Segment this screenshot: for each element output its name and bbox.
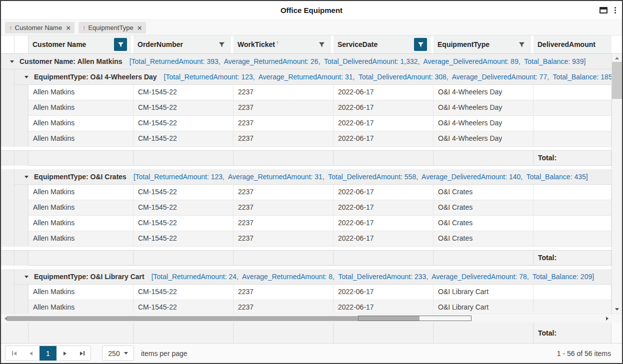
cell-equipmenttype: O&I Library Cart <box>434 300 534 314</box>
group-row-content: EquipmentType: O&I Crates[Total_Returned… <box>14 169 612 185</box>
cell-servicedate: 2022-06-17 <box>334 231 434 247</box>
previous-page-icon[interactable] <box>22 346 40 361</box>
cell-customer-name: Allen Matkins <box>28 231 134 247</box>
column-header-customer-name[interactable]: Customer Name <box>28 35 134 53</box>
table-row[interactable]: Allen MatkinsCM-1545-2222372022-06-17O&I… <box>1 231 612 247</box>
cell-deliveredamount <box>534 285 612 300</box>
horizontal-scrollbar-drag-outline <box>358 316 472 321</box>
table-row[interactable]: Allen MatkinsCM-1545-2222372022-06-17O&I… <box>1 200 612 216</box>
group-row-equipment-type[interactable]: EquipmentType: O&I Crates[Total_Returned… <box>1 169 612 185</box>
cell-equipmenttype: O&I 4-Wheelers Day <box>434 100 534 116</box>
collapse-caret-icon[interactable] <box>24 76 28 78</box>
row-spacer <box>1 166 612 169</box>
group-indent-cell <box>14 85 28 100</box>
table-row[interactable]: Allen MatkinsCM-1545-2222372022-06-17O&I… <box>1 100 612 116</box>
cell-workticket: 2237 <box>234 185 334 200</box>
next-page-icon[interactable] <box>56 346 74 361</box>
horizontal-scrollbar[interactable] <box>1 314 622 323</box>
cell-ordernumber: CM-1545-22 <box>134 131 234 147</box>
cell-deliveredamount <box>534 131 612 147</box>
grand-footer-cell <box>134 323 234 343</box>
footer-cell-equipmenttype <box>434 151 534 166</box>
cell-ordernumber: CM-1545-22 <box>134 116 234 131</box>
grid-rows: Customer Name: Allen Matkins[Total_Retur… <box>1 54 612 314</box>
table-row[interactable]: Allen MatkinsCM-1545-2222372022-06-17O&I… <box>1 116 612 131</box>
grand-footer-cell: Total: <box>534 323 612 343</box>
grand-footer-end-cell <box>612 323 622 343</box>
group-aggregates: [Total_ReturnedAmount: 123, Average_Retu… <box>164 73 612 81</box>
group-indent-cell <box>1 169 14 185</box>
window-icon[interactable] <box>600 7 608 13</box>
group-indent-cell <box>1 269 14 285</box>
table-row[interactable]: Allen MatkinsCM-1545-2222372022-06-17O&I… <box>1 285 612 300</box>
table-row[interactable]: Allen MatkinsCM-1545-2222372022-06-17O&I… <box>1 85 612 100</box>
cell-servicedate: 2022-06-17 <box>334 85 434 100</box>
group-indent-cell <box>1 231 14 247</box>
group-indent-cell <box>14 100 28 116</box>
group-chip-customer-name[interactable]: ↑ Customer Name × <box>5 22 74 33</box>
pager-nav-group: 1 <box>5 346 91 361</box>
column-header-workticket[interactable]: WorkTicket↑ <box>234 35 334 53</box>
vertical-scrollbar[interactable] <box>612 54 622 314</box>
filter-icon[interactable] <box>318 41 325 48</box>
kebab-menu-icon[interactable] <box>614 6 617 14</box>
scroll-up-icon[interactable] <box>615 57 619 59</box>
group-row-equipment-type[interactable]: EquipmentType: O&I 4-Wheelers Day[Total_… <box>1 69 612 85</box>
cell-deliveredamount <box>534 216 612 231</box>
column-header-label: DeliveredAmount <box>538 40 596 48</box>
column-header-deliveredamount[interactable]: DeliveredAmount <box>534 35 612 53</box>
first-page-icon[interactable] <box>6 346 22 361</box>
group-chip-equipment-type[interactable]: ↑ EquipmentType × <box>78 22 146 33</box>
scroll-right-icon[interactable] <box>606 317 608 321</box>
table-row[interactable]: Allen MatkinsCM-1545-2222372022-06-17O&I… <box>1 131 612 147</box>
group-row-equipment-type[interactable]: EquipmentType: O&I Library Cart[Total_Re… <box>1 269 612 285</box>
table-row[interactable]: Allen MatkinsCM-1545-2222372022-06-17O&I… <box>1 185 612 200</box>
page-title: Office Equipment <box>280 6 342 14</box>
footer-cell-workticket <box>234 151 334 166</box>
cell-workticket: 2237 <box>234 116 334 131</box>
filter-icon[interactable] <box>518 41 525 48</box>
group-indent-cell <box>1 300 14 314</box>
scroll-down-icon[interactable] <box>615 308 619 311</box>
collapse-caret-icon[interactable] <box>24 176 28 178</box>
page-size-dropdown[interactable]: 250 <box>102 346 134 361</box>
close-icon[interactable]: × <box>138 24 142 31</box>
column-header-ordernumber[interactable]: OrderNumber <box>134 35 234 53</box>
group-indent-cell <box>1 100 14 116</box>
page-button-1[interactable]: 1 <box>40 346 56 361</box>
table-row[interactable]: Allen MatkinsCM-1545-2222372022-06-17O&I… <box>1 300 612 314</box>
collapse-caret-icon[interactable] <box>24 276 28 278</box>
grand-total-label: Total: <box>538 329 556 337</box>
collapse-caret-icon[interactable] <box>10 60 14 63</box>
group-chip-label: EquipmentType <box>88 24 133 31</box>
cell-deliveredamount <box>534 231 612 247</box>
group-aggregates: [Total_ReturnedAmount: 123, Average_Retu… <box>134 173 588 181</box>
cell-ordernumber: CM-1545-22 <box>134 231 234 247</box>
group-row-customer[interactable]: Customer Name: Allen Matkins[Total_Retur… <box>1 54 612 69</box>
group-indent-cell <box>1 69 14 85</box>
grid-body: Customer Name: Allen Matkins[Total_Retur… <box>1 54 622 314</box>
filter-icon[interactable] <box>218 41 225 48</box>
group-indent-cell <box>1 151 14 166</box>
filter-icon-active[interactable] <box>414 38 427 51</box>
cell-customer-name: Allen Matkins <box>28 131 134 147</box>
footer-cell-customer-name <box>28 151 134 166</box>
footer-cell-equipmenttype <box>434 251 534 266</box>
cell-ordernumber: CM-1545-22 <box>134 100 234 116</box>
grand-footer-cell <box>1 323 28 343</box>
cell-equipmenttype: O&I Library Cart <box>434 285 534 300</box>
close-icon[interactable]: × <box>66 24 70 31</box>
column-header-servicedate[interactable]: ServiceDate <box>334 35 434 53</box>
column-header-equipmenttype[interactable]: EquipmentType <box>434 35 534 53</box>
table-row[interactable]: Allen MatkinsCM-1545-2222372022-06-17O&I… <box>1 216 612 231</box>
group-total-label: Total: <box>538 154 556 162</box>
last-page-icon[interactable] <box>74 346 90 361</box>
vertical-scrollbar-thumb[interactable] <box>612 62 622 99</box>
footer-cell-workticket <box>234 251 334 266</box>
filter-icon-active[interactable] <box>114 38 127 51</box>
footer-cell-servicedate <box>334 251 434 266</box>
cell-servicedate: 2022-06-17 <box>334 200 434 216</box>
cell-servicedate: 2022-06-17 <box>334 300 434 314</box>
group-indent-cell <box>14 116 28 131</box>
footer-cell-servicedate <box>334 151 434 166</box>
